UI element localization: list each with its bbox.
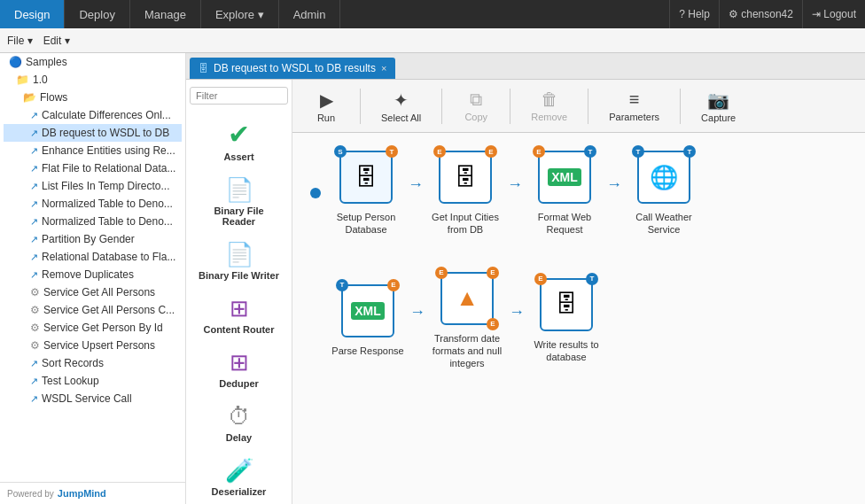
palette-item-binary-file-writer[interactable]: 📄 Binary File Writer — [195, 237, 284, 284]
write-db-icon: 🗄 — [555, 291, 578, 318]
arrow-3: → — [604, 175, 624, 194]
badge-t5: T — [336, 279, 348, 291]
flow-node-call-weather[interactable]: 🌐 T T Call Weather Service — [624, 151, 704, 236]
flow-start-dot — [310, 188, 321, 198]
flow-row-1: 🗄 S T Setup Person Database → — [310, 151, 865, 236]
flow-icon-7: ↗ — [30, 234, 38, 245]
badge-t6: T — [586, 273, 598, 285]
flow-node-parse-response[interactable]: XML T E Parse Response — [328, 284, 408, 357]
sidebar-item-5[interactable]: ↗ Normalized Table to Deno... — [4, 195, 182, 213]
badge-t3: T — [632, 145, 644, 158]
flow-icon-1: ↗ — [30, 128, 38, 139]
nav-tab-admin[interactable]: Admin — [279, 0, 341, 28]
logout-link[interactable]: ⇥ Logout — [802, 0, 865, 28]
nav-tab-design[interactable]: Design — [0, 0, 65, 28]
flow-node-transform[interactable]: ▲ E E E Transform date formats and null … — [427, 272, 507, 370]
sidebar-item-8[interactable]: ↗ Relational Database to Fla... — [4, 248, 182, 266]
nav-tab-deploy[interactable]: Deploy — [65, 0, 129, 28]
flow-icon-8: ↗ — [30, 252, 38, 263]
select-all-icon: ✦ — [394, 89, 409, 111]
sidebar-item-4[interactable]: ↗ List Files In Temp Directo... — [4, 177, 182, 195]
sidebar-item-12[interactable]: ⚙ Service Get Person By Id — [4, 319, 182, 337]
sidebar-item-16[interactable]: ↗ WSDL Service Call — [4, 390, 182, 407]
node-box-call-weather[interactable]: 🌐 T T — [637, 151, 690, 204]
node-box-transform[interactable]: ▲ E E E — [440, 272, 494, 325]
sidebar-item-1[interactable]: ↗ DB request to WSDL to DB — [4, 124, 182, 142]
node-box-get-cities[interactable]: 🗄 E E — [439, 151, 492, 204]
arrow-1: → — [406, 175, 425, 194]
call-weather-icon: 🌐 — [650, 164, 678, 191]
toolbar-sep-3 — [510, 89, 510, 124]
service-icon-13: ⚙ — [30, 339, 40, 352]
nav-tab-manage[interactable]: Manage — [130, 0, 201, 28]
flow-node-setup-person-db[interactable]: 🗄 S T Setup Person Database — [326, 151, 406, 236]
user-link[interactable]: ⚙ chenson42 — [719, 0, 802, 28]
node-label-transform: Transform date formats and null integers — [427, 332, 507, 370]
flow-icon-3: ↗ — [30, 163, 38, 174]
sidebar-item-13[interactable]: ⚙ Service Upsert Persons — [4, 337, 182, 354]
toolbar-sep-1 — [360, 89, 361, 124]
help-link[interactable]: ? Help — [669, 0, 719, 28]
flow-canvas: 🗄 S T Setup Person Database → — [292, 133, 865, 504]
badge-e9: E — [534, 273, 547, 285]
sidebar-item-2[interactable]: ↗ Enhance Entities using Re... — [4, 142, 182, 159]
badge-t4: T — [683, 145, 696, 158]
palette-item-deserializer[interactable]: 🧪 Deserializer — [195, 454, 284, 500]
badge-e2: E — [485, 145, 497, 158]
flow-node-format-web[interactable]: XML E T Format Web Request — [525, 151, 604, 236]
sidebar-item-14[interactable]: ↗ Sort Records — [4, 354, 182, 372]
palette-item-binary-file-reader[interactable]: 📄 Binary File Reader — [195, 173, 284, 230]
assert-icon: ✔ — [228, 119, 250, 150]
sidebar-root[interactable]: 🔵 Samples — [4, 53, 182, 71]
flow-icon-6: ↗ — [30, 216, 38, 228]
tab-close-button[interactable]: × — [381, 63, 386, 74]
node-box-write[interactable]: 🗄 E T — [540, 278, 593, 331]
node-box-parse[interactable]: XML T E — [341, 284, 394, 337]
arrow-2: → — [505, 175, 525, 194]
badge-e8: E — [487, 318, 499, 330]
node-label-call-weather: Call Weather Service — [624, 211, 704, 236]
badge-t1: T — [386, 145, 398, 158]
sidebar-item-9[interactable]: ↗ Remove Duplicates — [4, 266, 182, 283]
badge-e1: E — [433, 145, 446, 158]
top-nav: Design Deploy Manage Explore ▾ Admin ? H… — [0, 0, 865, 28]
edit-menu[interactable]: Edit ▾ — [43, 35, 70, 47]
sidebar-tree: 🔵 Samples 📁 1.0 📂 Flows ↗ Calculate Diff… — [0, 53, 185, 482]
palette-item-assert[interactable]: ✔ Assert — [195, 115, 284, 166]
sidebar-flows[interactable]: 📂 Flows — [4, 89, 182, 106]
palette-search-input[interactable] — [190, 87, 288, 105]
service-icon-11: ⚙ — [30, 304, 40, 316]
flow-node-get-input-cities[interactable]: 🗄 E E Get Input Cities from DB — [425, 151, 505, 236]
palette-item-content-router[interactable]: ⊞ Content Router — [195, 291, 284, 338]
tab-db-request[interactable]: 🗄 DB request to WSDL to DB results × — [190, 58, 395, 79]
select-all-button[interactable]: ✦ Select All — [368, 85, 434, 128]
copy-button[interactable]: ⧉ Copy — [449, 85, 503, 127]
sidebar-item-0[interactable]: ↗ Calculate Differences Onl... — [4, 106, 182, 124]
run-button[interactable]: ▶ Run — [300, 85, 353, 128]
file-menu[interactable]: File ▾ — [7, 35, 33, 47]
binary-file-writer-icon: 📄 — [225, 241, 253, 268]
sidebar-item-3[interactable]: ↗ Flat File to Relational Data... — [4, 159, 182, 177]
xml-badge: XML — [548, 168, 581, 186]
parameters-button[interactable]: ≡ Parameters — [596, 85, 673, 127]
palette-item-deduper[interactable]: ⊞ Deduper — [195, 345, 284, 392]
sidebar-item-11[interactable]: ⚙ Service Get All Persons C... — [4, 301, 182, 319]
nav-tab-explore[interactable]: Explore ▾ — [201, 0, 279, 28]
powered-by-label: Powered by — [7, 489, 54, 499]
sidebar-item-10[interactable]: ⚙ Service Get All Persons — [4, 283, 182, 301]
sidebar-item-15[interactable]: ↗ Test Lookup — [4, 372, 182, 390]
palette-item-delay[interactable]: ⏱ Delay — [195, 399, 284, 446]
toolbar: ▶ Run ✦ Select All ⧉ Copy 🗑 — [292, 80, 865, 133]
capture-button[interactable]: 📷 Capture — [688, 85, 749, 128]
file-bar: File ▾ Edit ▾ — [0, 28, 865, 53]
badge-e5: E — [387, 279, 400, 291]
remove-button[interactable]: 🗑 Remove — [518, 85, 581, 127]
flow-node-write-results[interactable]: 🗄 E T Write results to database — [526, 278, 606, 364]
node-box-format-web[interactable]: XML E T — [538, 151, 591, 204]
component-palette: ✔ Assert 📄 Binary File Reader 📄 Binary F… — [186, 80, 292, 504]
sidebar-version[interactable]: 📁 1.0 — [4, 71, 182, 89]
badge-e6: E — [435, 267, 448, 279]
sidebar-item-6[interactable]: ↗ Normalized Table to Deno... — [4, 213, 182, 230]
sidebar-item-7[interactable]: ↗ Partition By Gender — [4, 230, 182, 248]
node-box-setup[interactable]: 🗄 S T — [339, 151, 393, 204]
